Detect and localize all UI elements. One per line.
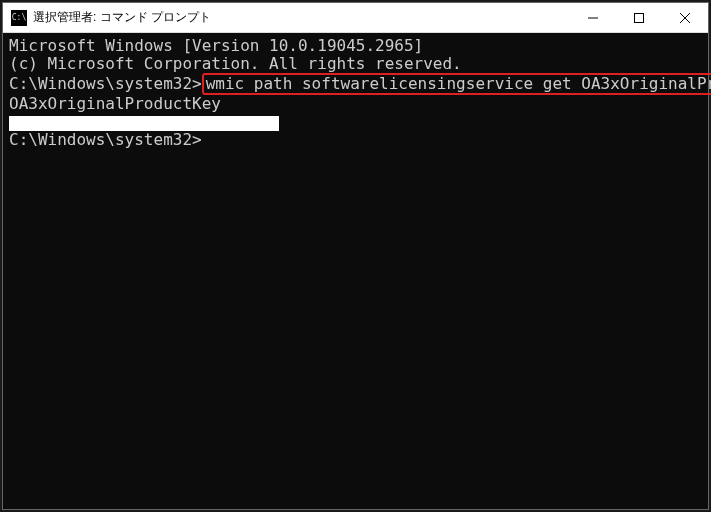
svg-rect-1 <box>635 13 644 22</box>
minimize-icon <box>588 13 598 23</box>
prompt-line-2: C:\Windows\system32> <box>9 131 702 149</box>
prompt-prefix: C:\Windows\system32> <box>9 74 202 93</box>
command-prompt-window: C:\ 選択管理者: コマンド プロンプト Microsoft Windows … <box>2 2 709 510</box>
terminal-output[interactable]: Microsoft Windows [Version 10.0.19045.29… <box>3 33 708 509</box>
close-icon <box>680 13 690 23</box>
command-line-1: C:\Windows\system32>wmic path softwareli… <box>9 73 702 95</box>
version-line: Microsoft Windows [Version 10.0.19045.29… <box>9 37 702 55</box>
maximize-icon <box>634 13 644 23</box>
maximize-button[interactable] <box>616 3 662 32</box>
cmd-icon-text: C:\ <box>12 13 26 22</box>
minimize-button[interactable] <box>570 3 616 32</box>
highlighted-command: wmic path softwarelicensingservice get O… <box>202 73 711 95</box>
window-title: 選択管理者: コマンド プロンプト <box>33 9 570 26</box>
titlebar[interactable]: C:\ 選択管理者: コマンド プロンプト <box>3 3 708 33</box>
close-button[interactable] <box>662 3 708 32</box>
copyright-line: (c) Microsoft Corporation. All rights re… <box>9 55 702 73</box>
window-controls <box>570 3 708 32</box>
cmd-icon: C:\ <box>11 10 27 26</box>
redacted-product-key <box>9 116 279 131</box>
output-header: OA3xOriginalProductKey <box>9 95 702 113</box>
product-key-line <box>9 113 702 131</box>
